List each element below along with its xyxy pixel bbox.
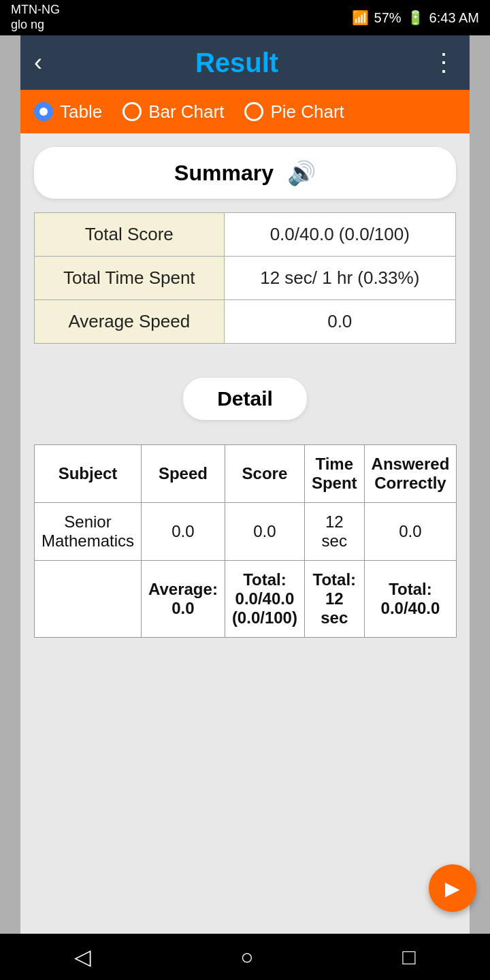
total-score-label: Total Score bbox=[35, 213, 225, 257]
detail-data-row: Senior Mathematics 0.0 0.0 12 sec 0.0 bbox=[35, 503, 457, 561]
tab-pie-chart-label: Pie Chart bbox=[270, 101, 344, 122]
battery-icon: 🔋 bbox=[407, 10, 424, 26]
nav-recents-button[interactable]: □ bbox=[402, 945, 415, 970]
col-header-time-spent: Time Spent bbox=[304, 445, 364, 503]
time-display: 6:43 AM bbox=[429, 10, 479, 26]
col-header-subject: Subject bbox=[35, 445, 142, 503]
totals-score: Total: 0.0/40.0 (0.0/100) bbox=[225, 561, 304, 638]
col-header-score: Score bbox=[225, 445, 304, 503]
tab-pie-chart[interactable]: Pie Chart bbox=[244, 101, 344, 122]
fab-button[interactable]: ▶ bbox=[429, 864, 476, 912]
totals-answered: Total: 0.0/40.0 bbox=[364, 561, 457, 638]
detail-button[interactable]: Detail bbox=[183, 378, 307, 420]
tab-bar: Table Bar Chart Pie Chart bbox=[20, 90, 470, 133]
table-row: Average Speed 0.0 bbox=[35, 300, 456, 344]
summary-table: Total Score 0.0/40.0 (0.0/100) Total Tim… bbox=[34, 212, 456, 344]
outer-background: ‹ Result ⋮ Table Bar Chart Pie Chart Sum bbox=[0, 35, 490, 980]
nav-home-button[interactable]: ○ bbox=[240, 945, 253, 970]
subject-cell: Senior Mathematics bbox=[35, 503, 142, 561]
menu-button[interactable]: ⋮ bbox=[431, 48, 456, 77]
tab-table-label: Table bbox=[60, 101, 102, 122]
detail-totals-row: Average: 0.0 Total: 0.0/40.0 (0.0/100) T… bbox=[35, 561, 457, 638]
answered-correctly-cell: 0.0 bbox=[364, 503, 457, 561]
tab-bar-chart-label: Bar Chart bbox=[148, 101, 224, 122]
detail-table: Subject Speed Score Time Spent Answered … bbox=[34, 444, 457, 638]
back-button[interactable]: ‹ bbox=[34, 48, 42, 77]
status-bar: MTN-NG glo ng 📶 57% 🔋 6:43 AM bbox=[0, 0, 490, 35]
top-bar: ‹ Result ⋮ bbox=[20, 35, 470, 90]
col-header-answered-correctly: Answered Correctly bbox=[364, 445, 457, 503]
table-row: Total Score 0.0/40.0 (0.0/100) bbox=[35, 213, 456, 257]
battery-percent: 57% bbox=[374, 10, 402, 26]
app-container: ‹ Result ⋮ Table Bar Chart Pie Chart Sum bbox=[20, 35, 470, 980]
avg-speed-value: 0.0 bbox=[224, 300, 455, 344]
total-score-value: 0.0/40.0 (0.0/100) bbox=[224, 213, 455, 257]
summary-title: Summary bbox=[174, 161, 274, 186]
total-time-value: 12 sec/ 1 hr (0.33%) bbox=[224, 257, 455, 300]
col-header-speed: Speed bbox=[142, 445, 225, 503]
avg-speed-label: Average Speed bbox=[35, 300, 225, 344]
fab-icon: ▶ bbox=[445, 877, 460, 900]
carrier-name: MTN-NG bbox=[11, 3, 60, 18]
detail-table-header-row: Subject Speed Score Time Spent Answered … bbox=[35, 445, 457, 503]
carrier-info: MTN-NG glo ng bbox=[11, 3, 60, 32]
detail-section: Detail Subject Speed Score Time Spent An… bbox=[20, 371, 470, 937]
table-row: Total Time Spent 12 sec/ 1 hr (0.33%) bbox=[35, 257, 456, 300]
score-cell: 0.0 bbox=[225, 503, 304, 561]
empty-space bbox=[20, 651, 470, 924]
page-title: Result bbox=[195, 48, 278, 78]
speed-cell: 0.0 bbox=[142, 503, 225, 561]
tab-table[interactable]: Table bbox=[34, 101, 102, 122]
sound-icon[interactable]: 🔊 bbox=[287, 159, 316, 186]
summary-card: Summary 🔊 bbox=[34, 147, 456, 199]
totals-speed: Average: 0.0 bbox=[142, 561, 225, 638]
bottom-nav: ◁ ○ □ bbox=[0, 934, 490, 980]
radio-bar-chart[interactable] bbox=[122, 102, 142, 121]
signal-icon: 📶 bbox=[352, 10, 369, 26]
tab-bar-chart[interactable]: Bar Chart bbox=[122, 101, 224, 122]
status-icons: 📶 57% 🔋 6:43 AM bbox=[352, 10, 479, 26]
network-name: glo ng bbox=[11, 18, 60, 33]
time-spent-cell: 12 sec bbox=[304, 503, 364, 561]
totals-time: Total: 12 sec bbox=[304, 561, 364, 638]
radio-pie-chart[interactable] bbox=[244, 102, 263, 121]
totals-empty bbox=[35, 561, 142, 638]
radio-table[interactable] bbox=[34, 102, 53, 121]
main-content: Summary 🔊 Total Score 0.0/40.0 (0.0/100)… bbox=[20, 133, 470, 371]
total-time-label: Total Time Spent bbox=[35, 257, 225, 300]
nav-back-button[interactable]: ◁ bbox=[74, 944, 91, 970]
